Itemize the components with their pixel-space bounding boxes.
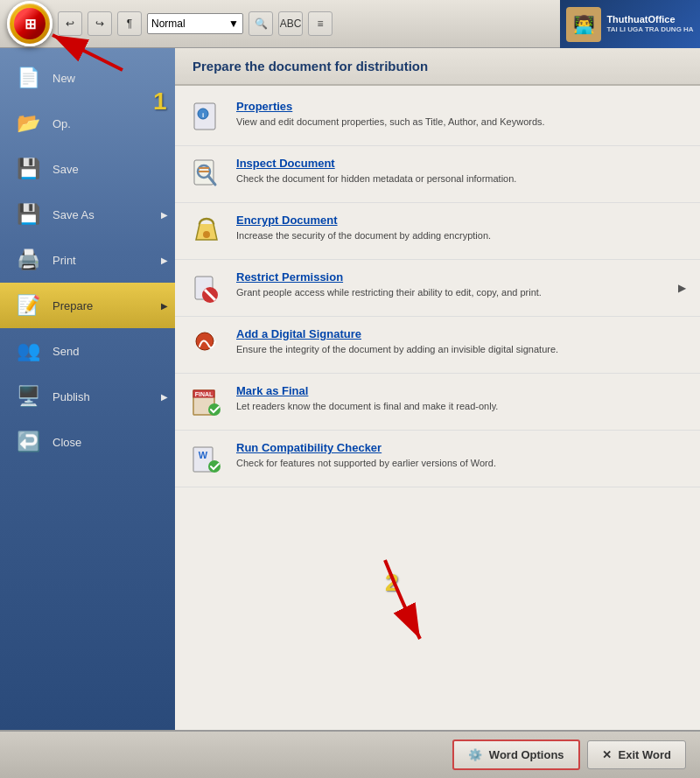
spell-button[interactable]: ABC (278, 11, 303, 36)
inspect-title: Inspect Document (236, 157, 686, 170)
sidebar-label-print: Print (52, 254, 76, 267)
save-icon: 💾 (14, 155, 42, 183)
more-button[interactable]: ≡ (308, 11, 332, 36)
exit-word-button[interactable]: ✕ Exit Word (587, 740, 686, 769)
digital-sig-icon (189, 327, 224, 362)
toolbar: ⊞ ↩ ↪ ¶ Normal ▼ 🔍 ABC ≡ 👨‍💻 ThuthuatOff… (0, 0, 700, 48)
office-button[interactable]: ⊞ (7, 1, 52, 46)
logo-name: ThuthuatOffice (606, 13, 693, 25)
menu-item-properties[interactable]: i Properties View and edit document prop… (175, 89, 700, 146)
menu-item-encrypt[interactable]: Encrypt Document Increase the security o… (175, 203, 700, 260)
sidebar-label-close: Close (52, 436, 81, 449)
encrypt-text: Encrypt Document Increase the security o… (236, 214, 686, 242)
restrict-title: Restrict Permission (236, 270, 666, 284)
compat-text: Run Compatibility Checker Check for feat… (236, 441, 686, 470)
digital-sig-text: Add a Digital Signature Ensure the integ… (236, 327, 686, 356)
sidebar-label-save: Save (52, 163, 79, 176)
encrypt-title: Encrypt Document (236, 214, 686, 227)
logo-subtitle: TAI LI UGA TRA DUNG HA (606, 25, 693, 34)
paragraph-button[interactable]: ¶ (117, 11, 142, 36)
mark-final-title: Mark as Final (236, 384, 686, 397)
dropdown-arrow-icon: ▼ (228, 18, 239, 30)
compat-icon: W (189, 441, 224, 476)
open-icon: 📂 (14, 109, 42, 137)
menu-item-digital-sig[interactable]: Add a Digital Signature Ensure the integ… (175, 317, 700, 374)
sidebar-item-publish[interactable]: 🖥️ Publish ▶ (0, 374, 175, 419)
content-panel: Prepare the document for distribution i … (175, 48, 700, 730)
save-as-icon: 💾 (14, 200, 42, 228)
logo-area: 👨‍💻 ThuthuatOffice TAI LI UGA TRA DUNG H… (560, 0, 700, 48)
digital-sig-desc: Ensure the integrity of the document by … (236, 343, 686, 356)
mark-final-desc: Let readers know the document is final a… (236, 400, 686, 413)
redo-button[interactable]: ↪ (88, 11, 112, 36)
sidebar-label-publish: Publish (52, 390, 90, 403)
panel-header: Prepare the document for distribution (175, 48, 700, 86)
office-logo: ⊞ (14, 8, 46, 39)
sidebar-item-new[interactable]: 📄 New (0, 55, 175, 101)
compat-title: Run Compatibility Checker (236, 441, 686, 454)
save-as-arrow-icon: ▶ (161, 210, 168, 220)
sidebar-item-print[interactable]: 🖨️ Print ▶ (0, 237, 175, 283)
svg-text:FINAL: FINAL (195, 391, 214, 397)
sidebar-label-new: New (52, 72, 75, 85)
sidebar-label-send: Send (52, 345, 79, 358)
sidebar-label-prepare: Prepare (52, 299, 93, 312)
encrypt-desc: Increase the security of the document by… (236, 229, 686, 242)
digital-sig-title: Add a Digital Signature (236, 327, 686, 340)
style-label: Normal (151, 18, 186, 30)
publish-arrow-icon: ▶ (161, 392, 168, 402)
sidebar-label-save-as: Save As (52, 208, 94, 221)
new-icon: 📄 (14, 64, 42, 92)
sidebar-item-open[interactable]: 📂 Op. (0, 101, 175, 146)
menu-item-compat[interactable]: W Run Compatibility Checker Check for fe… (175, 431, 700, 487)
bottom-bar: ⚙️ Word Options ✕ Exit Word (0, 730, 700, 778)
restrict-desc: Grant people access while restricting th… (236, 286, 666, 299)
menu-item-restrict[interactable]: Restrict Permission Grant people access … (175, 260, 700, 317)
sidebar-item-save[interactable]: 💾 Save (0, 146, 175, 192)
word-options-label: Word Options (489, 748, 564, 761)
sidebar-item-send[interactable]: 👥 Send (0, 328, 175, 374)
sidebar-item-prepare[interactable]: 📝 Prepare ▶ (0, 283, 175, 328)
properties-text: Properties View and edit document proper… (236, 100, 686, 129)
print-icon: 🖨️ (14, 246, 42, 274)
sidebar-item-save-as[interactable]: 💾 Save As ▶ (0, 192, 175, 237)
svg-text:i: i (202, 111, 204, 119)
properties-icon: i (189, 100, 224, 135)
restrict-text: Restrict Permission Grant people access … (236, 270, 666, 299)
logo-icon: 👨‍💻 (566, 7, 601, 42)
undo-button[interactable]: ↩ (58, 11, 82, 36)
properties-title: Properties (236, 100, 686, 113)
sidebar: 📄 New 📂 Op. 💾 Save 💾 Save As ▶ 🖨️ Print … (0, 48, 175, 730)
sidebar-item-close[interactable]: ↩️ Close (0, 419, 175, 465)
send-icon: 👥 (14, 337, 42, 365)
mark-final-text: Mark as Final Let readers know the docum… (236, 384, 686, 413)
word-options-button[interactable]: ⚙️ Word Options (452, 739, 580, 770)
print-arrow-icon: ▶ (161, 256, 168, 265)
publish-icon: 🖥️ (14, 382, 42, 410)
properties-desc: View and edit document properties, such … (236, 116, 686, 129)
word-options-icon: ⚙️ (468, 748, 482, 761)
compat-desc: Check for features not supported by earl… (236, 457, 686, 470)
inspect-desc: Check the document for hidden metadata o… (236, 172, 686, 186)
svg-point-9 (203, 231, 210, 238)
svg-text:W: W (199, 450, 208, 460)
close-icon: ↩️ (14, 428, 42, 456)
prepare-icon: 📝 (14, 291, 42, 319)
menu-item-inspect[interactable]: Inspect Document Check the document for … (175, 146, 700, 203)
menu-item-mark-final[interactable]: FINAL Mark as Final Let readers know the… (175, 374, 700, 431)
encrypt-icon (189, 214, 224, 249)
exit-word-label: Exit Word (619, 748, 671, 761)
exit-icon: ✕ (602, 748, 612, 761)
mark-final-icon: FINAL (189, 384, 224, 419)
inspect-text: Inspect Document Check the document for … (236, 157, 686, 186)
view-button[interactable]: 🔍 (248, 11, 273, 36)
sidebar-label-open: Op. (52, 117, 71, 130)
restrict-arrow-icon: ▶ (678, 282, 686, 294)
restrict-icon (189, 270, 224, 305)
panel-title: Prepare the document for distribution (192, 59, 682, 74)
inspect-icon (189, 157, 224, 192)
style-dropdown[interactable]: Normal ▼ (147, 13, 243, 34)
prepare-arrow-icon: ▶ (161, 301, 168, 311)
menu-items-list: i Properties View and edit document prop… (175, 86, 700, 730)
main-area: 📄 New 📂 Op. 💾 Save 💾 Save As ▶ 🖨️ Print … (0, 48, 700, 730)
